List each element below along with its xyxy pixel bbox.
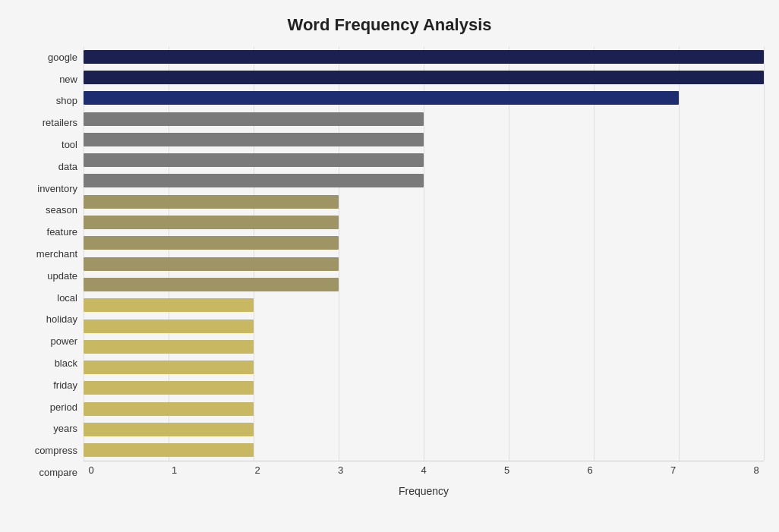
bar-row-update — [84, 254, 764, 274]
bar-row-new — [84, 68, 764, 87]
y-label-retailers: retailers — [43, 118, 77, 127]
bar-row-data — [84, 150, 764, 170]
bar-row-period — [84, 378, 764, 398]
bar-tool — [84, 133, 424, 146]
y-label-period: period — [50, 402, 77, 412]
bar-row-shop — [84, 88, 764, 108]
y-label-holiday: holiday — [46, 314, 77, 324]
bars-area: 012345678 — [84, 46, 764, 483]
y-label-compress: compress — [35, 445, 77, 455]
y-label-new: new — [59, 74, 77, 84]
x-axis: 012345678 — [84, 461, 764, 483]
x-tick-7: 7 — [666, 464, 681, 476]
bar-black — [84, 340, 254, 354]
bar-feature — [84, 216, 339, 229]
bar-row-black — [84, 337, 764, 357]
bar-retailers — [84, 112, 424, 126]
bar-row-inventory — [84, 171, 764, 190]
bar-google — [84, 50, 764, 64]
bar-compare — [84, 443, 254, 457]
bar-row-retailers — [84, 109, 764, 129]
bar-new — [84, 71, 764, 84]
bar-row-feature — [84, 212, 764, 232]
x-axis-label: Frequency — [84, 485, 764, 497]
y-label-shop: shop — [56, 96, 77, 105]
y-label-inventory: inventory — [37, 184, 77, 194]
y-label-tool: tool — [62, 140, 77, 150]
y-label-feature: feature — [47, 227, 77, 237]
bar-shop — [84, 91, 679, 105]
y-label-friday: friday — [53, 380, 77, 390]
x-tick-8: 8 — [749, 464, 764, 476]
bar-years — [84, 402, 254, 416]
y-label-google: google — [48, 52, 77, 62]
y-label-black: black — [55, 358, 77, 368]
x-tick-5: 5 — [500, 464, 515, 476]
x-tick-2: 2 — [250, 464, 265, 476]
y-label-years: years — [53, 423, 77, 433]
bar-row-friday — [84, 357, 764, 377]
bar-period — [84, 381, 254, 395]
bar-row-merchant — [84, 233, 764, 253]
y-label-power: power — [51, 336, 77, 346]
chart-container: Word Frequency Analysis googlenewshopret… — [0, 0, 779, 532]
bar-holiday — [84, 298, 254, 312]
bar-row-power — [84, 316, 764, 336]
y-label-season: season — [46, 205, 77, 215]
y-label-data: data — [58, 162, 77, 172]
chart-title: Word Frequency Analysis — [15, 8, 764, 46]
x-tick-6: 6 — [582, 464, 598, 476]
y-label-merchant: merchant — [36, 249, 77, 259]
bar-power — [84, 320, 254, 333]
x-tick-0: 0 — [84, 464, 99, 476]
bar-row-holiday — [84, 295, 764, 315]
bar-row-years — [84, 399, 764, 419]
bar-data — [84, 153, 424, 167]
bar-row-season — [84, 192, 764, 212]
bar-season — [84, 195, 339, 209]
bar-merchant — [84, 236, 339, 250]
y-label-local: local — [57, 293, 77, 303]
bar-row-compare — [84, 440, 764, 460]
grid-line-8 — [764, 46, 765, 461]
bar-row-local — [84, 275, 764, 294]
y-axis-labels: googlenewshopretailerstooldatainventorys… — [15, 46, 84, 483]
bar-update — [84, 257, 339, 271]
bar-row-compress — [84, 420, 764, 439]
bar-row-tool — [84, 130, 764, 150]
y-label-update: update — [47, 271, 77, 281]
x-tick-3: 3 — [333, 464, 348, 476]
bar-local — [84, 278, 339, 291]
bar-compress — [84, 423, 254, 436]
bar-row-google — [84, 47, 764, 67]
bar-inventory — [84, 174, 424, 187]
bar-friday — [84, 360, 254, 374]
x-tick-1: 1 — [167, 464, 182, 476]
y-label-compare: compare — [39, 467, 77, 477]
x-tick-4: 4 — [416, 464, 431, 476]
